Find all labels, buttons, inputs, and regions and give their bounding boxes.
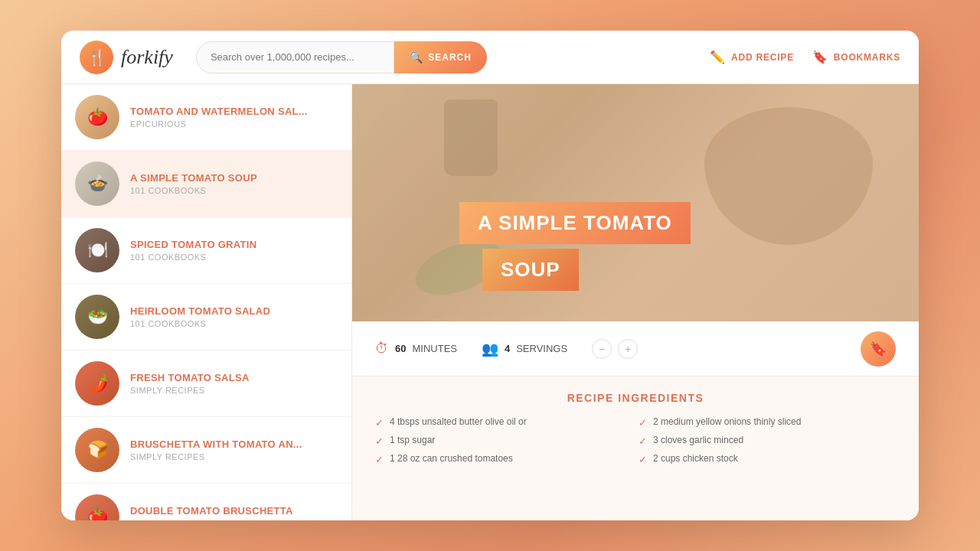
bookmarks-label: BOOKMARKS (834, 52, 900, 63)
ingredient-text: 1 28 oz can crushed tomatoes (390, 453, 513, 464)
recipe-source: 101 COOKBOOKS (130, 253, 338, 262)
recipe-thumbnail: 🥗 (75, 295, 119, 339)
recipe-title: FRESH TOMATO SALSA (130, 372, 338, 383)
hero-image: A SIMPLE TOMATO SOUP (352, 84, 919, 321)
ingredient-item: ✓ 2 cups chicken stock (639, 453, 896, 465)
ingredients-grid: ✓ 4 tbsps unsalted butter olive oil or ✓… (375, 416, 896, 465)
list-item[interactable]: 🍅 DOUBLE TOMATO BRUSCHETTA SIMPLY RECIPE… (61, 484, 351, 520)
recipe-thumbnail: 🍽️ (75, 228, 119, 272)
check-icon: ✓ (639, 454, 647, 465)
app-container: 🍴 forkify 🔍 SEARCH ✏️ ADD RECIPE 🔖 BOOKM… (61, 31, 919, 520)
check-icon: ✓ (639, 435, 647, 447)
recipe-title: A SIMPLE TOMATO SOUP (130, 172, 338, 184)
sidebar: 🍅 TOMATO AND WATERMELON SAL... EPICURIOU… (61, 84, 352, 520)
ingredient-item: ✓ 1 tsp sugar (375, 435, 632, 447)
bookmark-recipe-button[interactable]: 🔖 (861, 331, 896, 367)
servings-detail: 👥 4 SERVINGS (482, 341, 567, 357)
recipe-title: HEIRLOOM TOMATO SALAD (130, 305, 338, 317)
recipe-source: SIMPLY RECIPES (130, 386, 338, 395)
ingredient-text: 4 tbsps unsalted butter olive oil or (390, 416, 527, 427)
search-button[interactable]: 🔍 SEARCH (394, 41, 487, 73)
ingredient-text: 1 tsp sugar (390, 435, 435, 445)
recipe-source: 101 COOKBOOKS (130, 319, 338, 328)
recipe-thumbnail: 🌶️ (75, 361, 119, 406)
check-icon: ✓ (639, 417, 647, 429)
logo-text: forkify (121, 46, 173, 69)
ingredients-heading: RECIPE INGREDIENTS (375, 392, 896, 404)
time-value: 60 (395, 343, 406, 354)
recipe-title: BRUSCHETTA WITH TOMATO AN... (130, 439, 338, 450)
recipe-thumbnail: 🍅 (75, 95, 119, 139)
time-label: MINUTES (412, 343, 457, 354)
list-item[interactable]: 🍞 BRUSCHETTA WITH TOMATO AN... SIMPLY RE… (61, 417, 351, 484)
header: 🍴 forkify 🔍 SEARCH ✏️ ADD RECIPE 🔖 BOOKM… (61, 31, 919, 84)
ingredient-text: 2 cups chicken stock (653, 453, 738, 464)
servings-controls: − + (592, 339, 638, 359)
ingredient-item: ✓ 2 medium yellow onions thinly sliced (639, 416, 896, 429)
decrease-servings-button[interactable]: − (592, 339, 612, 359)
recipe-title-line1: A SIMPLE TOMATO (478, 211, 672, 234)
list-item[interactable]: 🍅 TOMATO AND WATERMELON SAL... EPICURIOU… (61, 84, 351, 151)
main-content: 🍅 TOMATO AND WATERMELON SAL... EPICURIOU… (61, 84, 919, 520)
list-item[interactable]: 🍲 A SIMPLE TOMATO SOUP 101 COOKBOOKS (61, 151, 351, 217)
search-icon: 🔍 (410, 51, 423, 64)
ingredient-item: ✓ 4 tbsps unsalted butter olive oil or (375, 416, 632, 429)
recipe-source: 101 COOKBOOKS (130, 186, 338, 195)
recipe-source: EPICURIOUS (130, 119, 338, 129)
ingredient-item: ✓ 1 28 oz can crushed tomatoes (375, 453, 632, 465)
servings-value: 4 (505, 343, 510, 354)
logo-area: 🍴 forkify (80, 41, 173, 74)
recipe-title: DOUBLE TOMATO BRUSCHETTA (130, 505, 338, 517)
recipe-title: SPICED TOMATO GRATIN (130, 239, 338, 250)
list-item[interactable]: 🌶️ FRESH TOMATO SALSA SIMPLY RECIPES (61, 350, 351, 417)
recipe-details-bar: ⏱ 60 MINUTES 👥 4 SERVINGS − + 🔖 (352, 321, 919, 377)
ingredient-text: 3 cloves garlic minced (653, 435, 743, 445)
time-detail: ⏱ 60 MINUTES (375, 341, 457, 357)
edit-icon: ✏️ (710, 50, 726, 64)
recipe-title: TOMATO AND WATERMELON SAL... (130, 106, 338, 117)
ingredient-text: 2 medium yellow onions thinly sliced (653, 416, 801, 427)
right-panel: A SIMPLE TOMATO SOUP ⏱ 60 MINUTES 👥 (352, 84, 919, 520)
search-button-label: SEARCH (428, 52, 472, 63)
logo-icon: 🍴 (80, 41, 113, 74)
search-input[interactable] (196, 41, 394, 73)
bookmark-icon-large: 🔖 (870, 341, 887, 357)
check-icon: ✓ (375, 435, 384, 447)
check-icon: ✓ (375, 417, 384, 429)
recipe-title-line2: SOUP (501, 258, 560, 281)
clock-icon: ⏱ (375, 341, 389, 357)
add-recipe-label: ADD RECIPE (731, 52, 794, 63)
increase-servings-button[interactable]: + (618, 339, 638, 359)
servings-label: SERVINGS (516, 343, 567, 354)
recipe-thumbnail: 🍅 (75, 494, 119, 520)
list-item[interactable]: 🍽️ SPICED TOMATO GRATIN 101 COOKBOOKS (61, 217, 351, 284)
people-icon: 👥 (482, 341, 498, 357)
list-item[interactable]: 🥗 HEIRLOOM TOMATO SALAD 101 COOKBOOKS (61, 284, 351, 350)
header-actions: ✏️ ADD RECIPE 🔖 BOOKMARKS (710, 50, 900, 64)
check-icon: ✓ (375, 454, 384, 465)
recipe-source: SIMPLY RECIPES (130, 519, 338, 520)
add-recipe-button[interactable]: ✏️ ADD RECIPE (710, 50, 794, 64)
ingredient-item: ✓ 3 cloves garlic minced (639, 435, 896, 447)
bookmarks-button[interactable]: 🔖 BOOKMARKS (812, 50, 900, 64)
recipe-hero-title: A SIMPLE TOMATO SOUP (459, 202, 691, 291)
bookmark-icon: 🔖 (812, 50, 828, 64)
search-area: 🔍 SEARCH (196, 41, 487, 73)
recipe-source: SIMPLY RECIPES (130, 452, 338, 461)
ingredients-section: RECIPE INGREDIENTS ✓ 4 tbsps unsalted bu… (352, 377, 919, 520)
recipe-thumbnail: 🍲 (75, 161, 119, 206)
recipe-thumbnail: 🍞 (75, 428, 119, 472)
